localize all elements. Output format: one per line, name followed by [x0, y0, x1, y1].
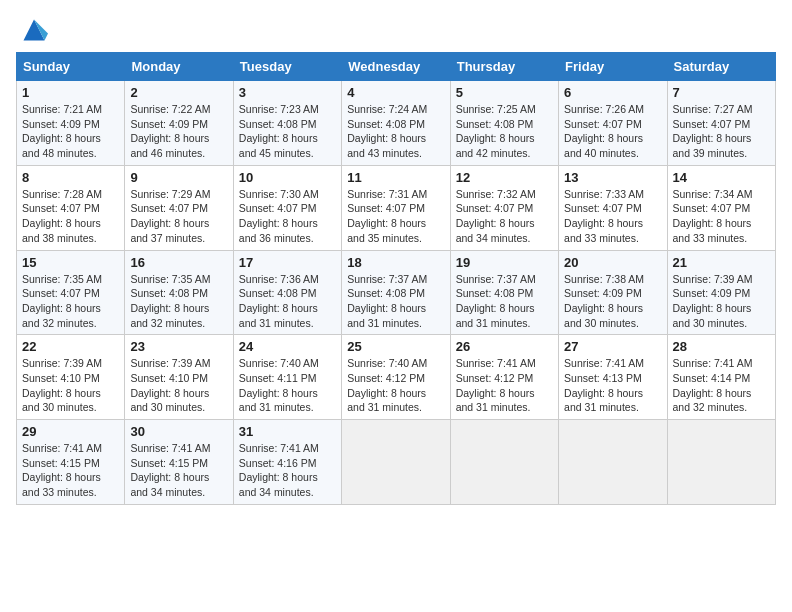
day-cell — [559, 420, 667, 505]
day-number: 20 — [564, 255, 661, 270]
day-info: Sunrise: 7:39 AM Sunset: 4:10 PM Dayligh… — [130, 356, 227, 415]
day-number: 7 — [673, 85, 770, 100]
day-info: Sunrise: 7:26 AM Sunset: 4:07 PM Dayligh… — [564, 102, 661, 161]
week-row-3: 15 Sunrise: 7:35 AM Sunset: 4:07 PM Dayl… — [17, 250, 776, 335]
weekday-header-saturday: Saturday — [667, 53, 775, 81]
day-number: 1 — [22, 85, 119, 100]
day-info: Sunrise: 7:33 AM Sunset: 4:07 PM Dayligh… — [564, 187, 661, 246]
day-info: Sunrise: 7:40 AM Sunset: 4:12 PM Dayligh… — [347, 356, 444, 415]
day-number: 15 — [22, 255, 119, 270]
day-info: Sunrise: 7:28 AM Sunset: 4:07 PM Dayligh… — [22, 187, 119, 246]
day-info: Sunrise: 7:31 AM Sunset: 4:07 PM Dayligh… — [347, 187, 444, 246]
day-info: Sunrise: 7:29 AM Sunset: 4:07 PM Dayligh… — [130, 187, 227, 246]
week-row-5: 29 Sunrise: 7:41 AM Sunset: 4:15 PM Dayl… — [17, 420, 776, 505]
day-cell: 26 Sunrise: 7:41 AM Sunset: 4:12 PM Dayl… — [450, 335, 558, 420]
day-info: Sunrise: 7:41 AM Sunset: 4:14 PM Dayligh… — [673, 356, 770, 415]
day-info: Sunrise: 7:35 AM Sunset: 4:08 PM Dayligh… — [130, 272, 227, 331]
day-info: Sunrise: 7:37 AM Sunset: 4:08 PM Dayligh… — [347, 272, 444, 331]
day-number: 2 — [130, 85, 227, 100]
day-info: Sunrise: 7:39 AM Sunset: 4:09 PM Dayligh… — [673, 272, 770, 331]
day-number: 23 — [130, 339, 227, 354]
week-row-2: 8 Sunrise: 7:28 AM Sunset: 4:07 PM Dayli… — [17, 165, 776, 250]
weekday-header-tuesday: Tuesday — [233, 53, 341, 81]
weekday-header-row: SundayMondayTuesdayWednesdayThursdayFrid… — [17, 53, 776, 81]
day-cell: 22 Sunrise: 7:39 AM Sunset: 4:10 PM Dayl… — [17, 335, 125, 420]
day-cell — [342, 420, 450, 505]
day-number: 24 — [239, 339, 336, 354]
day-number: 8 — [22, 170, 119, 185]
day-cell — [450, 420, 558, 505]
day-info: Sunrise: 7:40 AM Sunset: 4:11 PM Dayligh… — [239, 356, 336, 415]
day-info: Sunrise: 7:38 AM Sunset: 4:09 PM Dayligh… — [564, 272, 661, 331]
day-number: 25 — [347, 339, 444, 354]
calendar-table: SundayMondayTuesdayWednesdayThursdayFrid… — [16, 52, 776, 505]
day-cell: 20 Sunrise: 7:38 AM Sunset: 4:09 PM Dayl… — [559, 250, 667, 335]
day-number: 16 — [130, 255, 227, 270]
day-number: 3 — [239, 85, 336, 100]
day-cell: 6 Sunrise: 7:26 AM Sunset: 4:07 PM Dayli… — [559, 81, 667, 166]
day-cell: 14 Sunrise: 7:34 AM Sunset: 4:07 PM Dayl… — [667, 165, 775, 250]
day-number: 26 — [456, 339, 553, 354]
day-info: Sunrise: 7:32 AM Sunset: 4:07 PM Dayligh… — [456, 187, 553, 246]
day-info: Sunrise: 7:41 AM Sunset: 4:16 PM Dayligh… — [239, 441, 336, 500]
logo — [16, 16, 50, 44]
day-cell: 9 Sunrise: 7:29 AM Sunset: 4:07 PM Dayli… — [125, 165, 233, 250]
day-info: Sunrise: 7:35 AM Sunset: 4:07 PM Dayligh… — [22, 272, 119, 331]
day-cell — [667, 420, 775, 505]
day-number: 18 — [347, 255, 444, 270]
weekday-header-monday: Monday — [125, 53, 233, 81]
day-info: Sunrise: 7:39 AM Sunset: 4:10 PM Dayligh… — [22, 356, 119, 415]
weekday-header-friday: Friday — [559, 53, 667, 81]
day-cell: 25 Sunrise: 7:40 AM Sunset: 4:12 PM Dayl… — [342, 335, 450, 420]
day-cell: 29 Sunrise: 7:41 AM Sunset: 4:15 PM Dayl… — [17, 420, 125, 505]
day-info: Sunrise: 7:21 AM Sunset: 4:09 PM Dayligh… — [22, 102, 119, 161]
day-cell: 13 Sunrise: 7:33 AM Sunset: 4:07 PM Dayl… — [559, 165, 667, 250]
day-info: Sunrise: 7:37 AM Sunset: 4:08 PM Dayligh… — [456, 272, 553, 331]
weekday-header-sunday: Sunday — [17, 53, 125, 81]
day-info: Sunrise: 7:36 AM Sunset: 4:08 PM Dayligh… — [239, 272, 336, 331]
day-info: Sunrise: 7:25 AM Sunset: 4:08 PM Dayligh… — [456, 102, 553, 161]
day-info: Sunrise: 7:41 AM Sunset: 4:15 PM Dayligh… — [130, 441, 227, 500]
day-info: Sunrise: 7:41 AM Sunset: 4:15 PM Dayligh… — [22, 441, 119, 500]
day-number: 22 — [22, 339, 119, 354]
day-cell: 30 Sunrise: 7:41 AM Sunset: 4:15 PM Dayl… — [125, 420, 233, 505]
day-info: Sunrise: 7:30 AM Sunset: 4:07 PM Dayligh… — [239, 187, 336, 246]
day-cell: 31 Sunrise: 7:41 AM Sunset: 4:16 PM Dayl… — [233, 420, 341, 505]
day-number: 10 — [239, 170, 336, 185]
logo-icon — [20, 16, 48, 44]
day-cell: 7 Sunrise: 7:27 AM Sunset: 4:07 PM Dayli… — [667, 81, 775, 166]
day-info: Sunrise: 7:22 AM Sunset: 4:09 PM Dayligh… — [130, 102, 227, 161]
day-cell: 17 Sunrise: 7:36 AM Sunset: 4:08 PM Dayl… — [233, 250, 341, 335]
day-cell: 24 Sunrise: 7:40 AM Sunset: 4:11 PM Dayl… — [233, 335, 341, 420]
day-number: 9 — [130, 170, 227, 185]
day-number: 11 — [347, 170, 444, 185]
day-cell: 1 Sunrise: 7:21 AM Sunset: 4:09 PM Dayli… — [17, 81, 125, 166]
day-info: Sunrise: 7:41 AM Sunset: 4:12 PM Dayligh… — [456, 356, 553, 415]
week-row-1: 1 Sunrise: 7:21 AM Sunset: 4:09 PM Dayli… — [17, 81, 776, 166]
day-number: 28 — [673, 339, 770, 354]
day-number: 4 — [347, 85, 444, 100]
day-info: Sunrise: 7:41 AM Sunset: 4:13 PM Dayligh… — [564, 356, 661, 415]
day-number: 13 — [564, 170, 661, 185]
day-number: 27 — [564, 339, 661, 354]
weekday-header-thursday: Thursday — [450, 53, 558, 81]
day-cell: 23 Sunrise: 7:39 AM Sunset: 4:10 PM Dayl… — [125, 335, 233, 420]
day-number: 6 — [564, 85, 661, 100]
day-number: 17 — [239, 255, 336, 270]
day-number: 12 — [456, 170, 553, 185]
day-cell: 15 Sunrise: 7:35 AM Sunset: 4:07 PM Dayl… — [17, 250, 125, 335]
day-cell: 12 Sunrise: 7:32 AM Sunset: 4:07 PM Dayl… — [450, 165, 558, 250]
day-cell: 10 Sunrise: 7:30 AM Sunset: 4:07 PM Dayl… — [233, 165, 341, 250]
day-info: Sunrise: 7:24 AM Sunset: 4:08 PM Dayligh… — [347, 102, 444, 161]
day-cell: 4 Sunrise: 7:24 AM Sunset: 4:08 PM Dayli… — [342, 81, 450, 166]
day-number: 14 — [673, 170, 770, 185]
day-cell: 28 Sunrise: 7:41 AM Sunset: 4:14 PM Dayl… — [667, 335, 775, 420]
day-cell: 3 Sunrise: 7:23 AM Sunset: 4:08 PM Dayli… — [233, 81, 341, 166]
day-info: Sunrise: 7:23 AM Sunset: 4:08 PM Dayligh… — [239, 102, 336, 161]
day-number: 5 — [456, 85, 553, 100]
day-number: 29 — [22, 424, 119, 439]
day-cell: 21 Sunrise: 7:39 AM Sunset: 4:09 PM Dayl… — [667, 250, 775, 335]
day-number: 19 — [456, 255, 553, 270]
day-number: 30 — [130, 424, 227, 439]
page-header — [16, 16, 776, 44]
